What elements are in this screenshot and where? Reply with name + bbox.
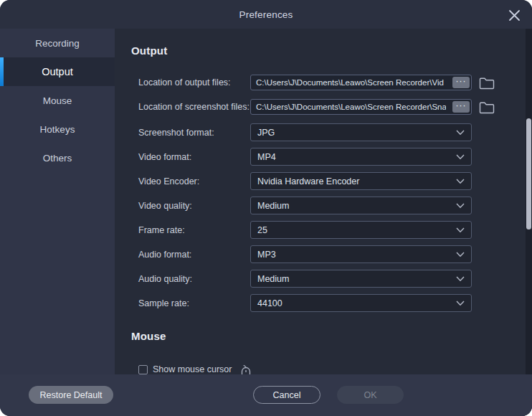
screenshot-format-select[interactable]: JPG (250, 123, 472, 141)
sidebar-item-recording[interactable]: Recording (0, 29, 115, 57)
frame-rate-row: Frame rate: 25 (115, 221, 532, 239)
sidebar-item-mouse[interactable]: Mouse (0, 86, 115, 115)
chevron-down-icon (456, 130, 465, 136)
output-location-field[interactable]: C:\Users\J\Documents\Leawo\Screen Record… (250, 75, 472, 90)
sidebar: Recording Output Mouse Hotkeys Others (0, 29, 115, 374)
chevron-down-icon (456, 203, 465, 209)
scrollbar-track[interactable] (526, 29, 532, 374)
close-button[interactable] (505, 6, 523, 24)
preferences-dialog: Preferences Recording Output Mouse Hotke… (0, 0, 532, 416)
folder-icon (479, 100, 495, 114)
video-encoder-select[interactable]: Nvidia Hardware Encoder (250, 172, 472, 190)
sidebar-item-hotkeys[interactable]: Hotkeys (0, 115, 115, 143)
selected-value: 25 (251, 225, 267, 235)
sample-rate-select[interactable]: 44100 (250, 294, 472, 312)
field-label: Location of screenshot files: (138, 102, 250, 112)
browse-button[interactable]: ··· (452, 101, 470, 113)
field-label: Audio format: (138, 250, 250, 260)
video-format-row: Video format: MP4 (115, 148, 532, 166)
field-label: Audio quality: (138, 274, 250, 284)
output-location-value: C:\Users\J\Documents\Leawo\Screen Record… (251, 78, 446, 87)
ok-button[interactable]: OK (337, 386, 404, 404)
field-label: Screenshot format: (138, 128, 250, 138)
frame-rate-select[interactable]: 25 (250, 221, 472, 239)
chevron-down-icon (456, 154, 465, 160)
video-quality-select[interactable]: Medium (250, 197, 472, 214)
folder-icon (479, 76, 495, 90)
video-encoder-row: Video Encoder: Nvidia Hardware Encoder (115, 172, 532, 190)
sidebar-item-label: Others (43, 153, 72, 164)
chevron-down-icon (456, 179, 465, 184)
field-label: Video format: (138, 152, 250, 162)
field-label: Sample rate: (138, 298, 250, 308)
audio-format-select[interactable]: MP3 (250, 245, 472, 263)
selected-value: JPG (251, 128, 275, 138)
sidebar-item-others[interactable]: Others (0, 143, 115, 172)
footer-bar: Restore Default Cancel OK (0, 374, 532, 416)
sidebar-item-label: Output (42, 66, 73, 77)
browse-button[interactable]: ··· (452, 77, 470, 88)
screenshot-location-row: Location of screenshot files: C:\Users\J… (115, 99, 532, 115)
screenshot-location-field[interactable]: C:\Users\J\Documents\Leawo\Screen Record… (250, 99, 472, 115)
output-location-row: Location of output files: C:\Users\J\Doc… (115, 75, 532, 90)
mouse-section-heading: Mouse (115, 330, 532, 343)
chevron-down-icon (456, 252, 465, 257)
selected-value: Nvidia Hardware Encoder (251, 176, 359, 186)
active-accent-bar (0, 57, 4, 86)
selected-value: MP4 (251, 152, 276, 162)
output-section-heading: Output (115, 44, 532, 57)
field-label: Video Encoder: (138, 176, 250, 186)
field-label: Frame rate: (138, 225, 250, 235)
video-quality-row: Video quality: Medium (115, 197, 532, 214)
selected-value: MP3 (251, 250, 276, 260)
show-mouse-cursor-label: Show mouse cursor (153, 364, 232, 374)
scrollbar-thumb[interactable] (526, 118, 531, 230)
audio-quality-row: Audio quality: Medium (115, 270, 532, 288)
screenshot-location-value: C:\Users\J\Documents\Leawo\Screen Record… (251, 103, 446, 111)
video-format-select[interactable]: MP4 (250, 148, 472, 166)
field-label: Location of output files: (138, 77, 250, 88)
dialog-title: Preferences (239, 9, 293, 20)
screenshot-format-row: Screenshot format: JPG (115, 123, 532, 141)
sidebar-item-label: Hotkeys (40, 124, 75, 135)
sample-rate-row: Sample rate: 44100 (115, 294, 532, 312)
selected-value: Medium (251, 201, 289, 211)
audio-quality-select[interactable]: Medium (250, 270, 472, 288)
show-mouse-cursor-checkbox[interactable] (138, 365, 148, 374)
settings-panel: Output Location of output files: C:\User… (115, 29, 532, 416)
field-label: Video quality: (138, 201, 250, 211)
open-folder-button[interactable] (479, 75, 495, 90)
cancel-button[interactable]: Cancel (253, 386, 320, 404)
sidebar-item-output[interactable]: Output (0, 57, 115, 86)
restore-default-button[interactable]: Restore Default (29, 386, 113, 404)
title-bar: Preferences (0, 0, 532, 29)
close-icon (508, 9, 521, 22)
sidebar-item-label: Recording (35, 38, 80, 49)
chevron-down-icon (456, 227, 465, 233)
open-folder-button[interactable] (479, 100, 495, 114)
audio-format-row: Audio format: MP3 (115, 245, 532, 263)
sidebar-item-label: Mouse (43, 95, 72, 106)
chevron-down-icon (456, 276, 465, 282)
chevron-down-icon (456, 301, 465, 306)
selected-value: Medium (251, 274, 289, 284)
selected-value: 44100 (251, 298, 282, 308)
